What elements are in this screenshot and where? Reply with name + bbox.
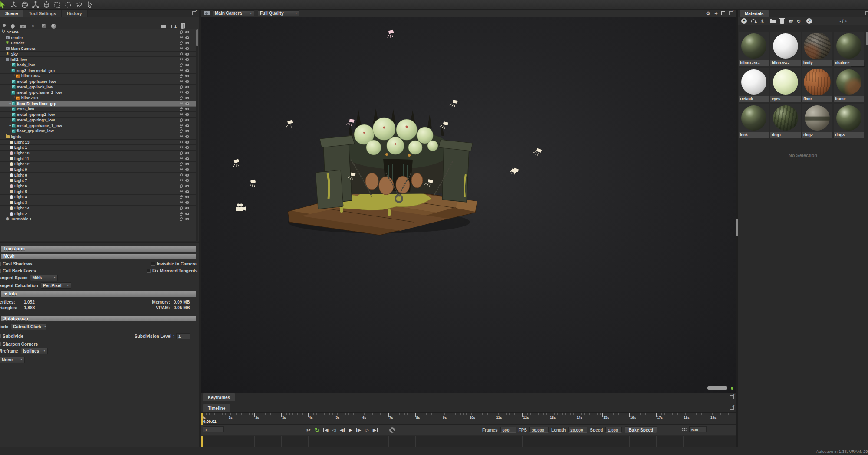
lock-icon[interactable] [180, 213, 182, 216]
scene-tree-item[interactable]: Light 7 [0, 178, 196, 184]
loop-icon[interactable]: ↻ [315, 427, 319, 433]
keyframes-popout-icon[interactable] [730, 395, 734, 400]
material-item[interactable]: body [802, 32, 832, 66]
visibility-eye-icon[interactable] [185, 97, 189, 99]
scene-tree-item[interactable]: └ blinn7SG [0, 95, 196, 101]
lock-icon[interactable] [180, 196, 182, 199]
materials-grid-scrollbar[interactable] [866, 32, 868, 45]
lock-icon[interactable] [180, 103, 182, 105]
scene-tree-item[interactable]: Light 4 [0, 195, 196, 200]
lock-icon[interactable] [180, 202, 182, 204]
camera-gizmo[interactable] [235, 203, 248, 213]
fix-mirrored-tangents-checkbox[interactable] [147, 269, 151, 273]
timeline-popout-icon[interactable] [730, 406, 734, 411]
light-gizmo[interactable] [508, 163, 523, 178]
subdivide-checkbox[interactable] [0, 334, 1, 338]
visibility-eye-icon[interactable] [185, 75, 189, 77]
turntable-slider[interactable] [707, 386, 727, 390]
lock-icon[interactable] [180, 75, 182, 78]
scene-tree-item[interactable]: Light 3 [0, 200, 196, 206]
current-frame-input[interactable]: 1 [203, 426, 224, 432]
new-folder-icon[interactable] [161, 25, 166, 28]
material-item[interactable]: ring3 [834, 104, 864, 138]
scene-tree-item[interactable]: └ blinn10SG [0, 74, 196, 79]
lock-icon[interactable] [180, 153, 182, 155]
tree-expand-toggle[interactable]: + [9, 113, 11, 117]
lock-icon[interactable] [180, 108, 182, 111]
tree-expand-toggle[interactable]: └ [13, 96, 16, 100]
lock-icon[interactable] [180, 191, 182, 193]
lock-icon[interactable] [180, 142, 182, 144]
scene-tree-item[interactable]: full2_low [0, 57, 196, 62]
keyframe-track[interactable] [201, 436, 736, 447]
material-item[interactable]: lock [739, 104, 769, 138]
visibility-eye-icon[interactable] [185, 108, 189, 110]
scene-tree-item[interactable]: + floor_grp slime_low [0, 128, 196, 134]
light-gizmo[interactable] [283, 116, 297, 130]
geometry-reduction-dropdown[interactable]: None [0, 357, 25, 363]
light-gizmo[interactable] [229, 154, 243, 169]
scene-tree-item[interactable]: – metal_grp chaine_2_low [0, 90, 196, 96]
visibility-eye-icon[interactable] [185, 119, 189, 121]
visibility-eye-icon[interactable] [185, 42, 189, 44]
scene-tree-item[interactable]: + floorID_low floor_grp [0, 101, 196, 107]
lock-icon[interactable] [180, 180, 182, 182]
track-start-marker[interactable] [201, 436, 203, 447]
frames-input[interactable]: 600 [500, 427, 516, 433]
tree-expand-toggle[interactable]: + [9, 107, 11, 111]
material-item[interactable]: Default [739, 68, 769, 102]
visibility-eye-icon[interactable] [185, 102, 189, 105]
viewport-3d[interactable] [201, 17, 736, 393]
add-light-icon[interactable] [11, 24, 15, 28]
invisible-to-camera-checkbox[interactable] [151, 262, 155, 266]
visibility-eye-icon[interactable] [185, 218, 189, 220]
lock-icon[interactable] [180, 54, 182, 56]
visibility-eye-icon[interactable] [185, 179, 189, 182]
pick-select-icon[interactable] [84, 0, 95, 9]
add-object-icon[interactable] [42, 24, 46, 28]
lock-icon[interactable] [180, 65, 182, 67]
tree-expand-toggle[interactable]: └ [13, 74, 16, 78]
delete-icon[interactable] [181, 24, 185, 29]
universal-tool-icon[interactable] [41, 0, 52, 9]
rotate-tool-icon[interactable] [19, 0, 30, 9]
pick-material-icon[interactable] [789, 20, 792, 23]
material-item[interactable]: frame [834, 68, 864, 102]
refresh-thumbnails-icon[interactable] [796, 18, 802, 24]
visibility-eye-icon[interactable] [185, 190, 189, 193]
scale-tool-icon[interactable] [30, 0, 41, 9]
visibility-eye-icon[interactable] [185, 91, 189, 94]
keyframes-tab[interactable]: Keyframes [203, 393, 235, 401]
move-tool-icon[interactable] [8, 0, 19, 9]
light-gizmo[interactable] [438, 117, 452, 131]
lock-icon[interactable] [180, 70, 182, 72]
cast-shadows-checkbox[interactable] [0, 262, 1, 266]
lock-icon[interactable] [180, 32, 182, 34]
wireframe-dropdown[interactable]: Isolines [21, 348, 48, 354]
light-gizmo[interactable] [448, 96, 461, 109]
tree-expand-toggle[interactable]: + [9, 129, 11, 133]
scene-tree-item[interactable]: Light 6 [0, 183, 196, 189]
tree-expand-toggle[interactable]: + [9, 85, 11, 89]
end-frame-input[interactable]: 600 [689, 426, 707, 432]
lock-icon[interactable] [180, 81, 182, 83]
left-panel-tab[interactable]: History [62, 10, 87, 17]
material-item[interactable]: blinn7SG [770, 32, 801, 66]
add-camera-icon[interactable] [20, 25, 26, 28]
play-icon[interactable]: ▶ [349, 427, 352, 433]
materials-folder-icon[interactable] [770, 20, 776, 23]
scene-tree-item[interactable]: Sky [0, 52, 196, 57]
lock-icon[interactable] [180, 175, 182, 177]
visibility-eye-icon[interactable] [185, 213, 189, 215]
subdivision-section-header[interactable]: Subdivision [1, 316, 196, 321]
speed-input[interactable]: 1.000 [605, 427, 622, 433]
visibility-eye-icon[interactable] [185, 130, 189, 132]
lasso-select-icon[interactable] [73, 0, 84, 9]
lock-icon[interactable] [180, 136, 182, 138]
info-section-header[interactable]: ▼ Info [1, 291, 196, 297]
materials-tab[interactable]: Materials [740, 10, 769, 17]
scene-tree-item[interactable]: + eyes_low [0, 107, 196, 112]
split-view-icon[interactable]: ◂|▸ [714, 11, 717, 15]
scene-tree-scrollbar[interactable] [196, 29, 198, 241]
scene-tree-item[interactable]: + metal_grp frame_low [0, 79, 196, 85]
